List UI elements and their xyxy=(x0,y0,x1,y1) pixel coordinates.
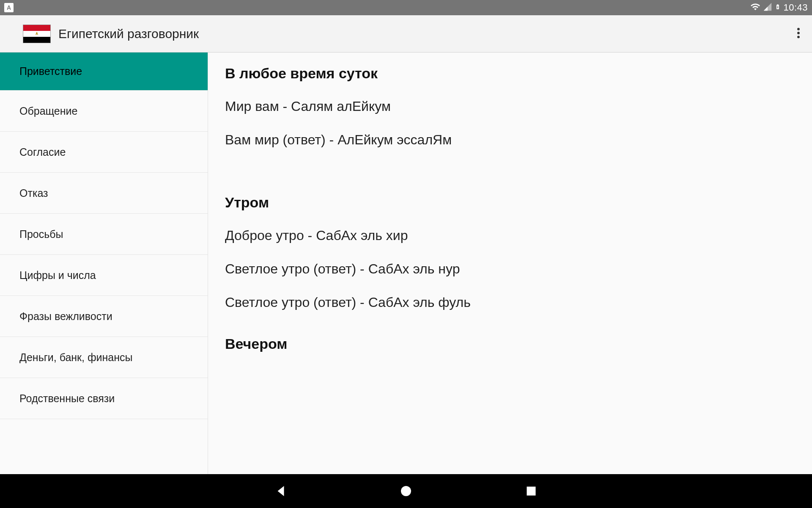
phrase-line: Мир вам - Салям алЕйкум xyxy=(225,99,795,114)
svg-point-2 xyxy=(797,36,800,38)
egypt-flag-icon xyxy=(23,25,51,43)
content-pane[interactable]: В любое время сутокМир вам - Салям алЕйк… xyxy=(208,52,812,474)
nav-back-button[interactable] xyxy=(273,483,288,499)
status-bar: A 10:43 xyxy=(0,0,812,15)
svg-point-0 xyxy=(797,28,800,30)
sidebar-item[interactable]: Фразы вежливости xyxy=(0,296,208,337)
cell-signal-icon xyxy=(763,2,772,13)
phrase-line: Светлое утро (ответ) - СабАх эль нур xyxy=(225,261,795,277)
sidebar-item[interactable]: Обращение xyxy=(0,91,208,132)
sidebar-item[interactable]: Цифры и числа xyxy=(0,255,208,296)
svg-rect-4 xyxy=(527,487,536,496)
status-left: A xyxy=(4,3,14,12)
status-right: 10:43 xyxy=(750,2,808,14)
nav-home-button[interactable] xyxy=(398,483,414,499)
sidebar-item[interactable]: Деньги, банк, финансы xyxy=(0,337,208,378)
sidebar-item-label: Просьбы xyxy=(19,228,63,240)
sidebar-item[interactable]: Просьбы xyxy=(0,214,208,255)
sidebar-item[interactable]: Отказ xyxy=(0,173,208,214)
phrase-line: Светлое утро (ответ) - СабАх эль фуль xyxy=(225,295,795,310)
app-title: Египетский разговорник xyxy=(58,27,793,41)
sidebar-item-label: Деньги, банк, финансы xyxy=(19,351,132,364)
battery-charging-icon xyxy=(775,2,781,14)
sidebar-item-label: Родственные связи xyxy=(19,392,115,405)
sidebar-item-label: Согласие xyxy=(19,146,66,158)
sidebar-item-label: Отказ xyxy=(19,187,48,199)
sidebar-item[interactable]: Приветствие xyxy=(0,52,208,91)
phrase-line: Доброе утро - СабАх эль хир xyxy=(225,228,795,243)
svg-point-3 xyxy=(401,486,411,496)
sidebar-item-label: Цифры и числа xyxy=(19,269,96,282)
sidebar-item[interactable]: Родственные связи xyxy=(0,378,208,419)
section-heading: Вечером xyxy=(225,336,795,352)
main-area: ПриветствиеОбращениеСогласиеОтказПросьбы… xyxy=(0,52,812,474)
app-bar: Египетский разговорник xyxy=(0,15,812,52)
sidebar-item-label: Обращение xyxy=(19,105,77,117)
section-heading: Утром xyxy=(225,194,795,211)
sidebar-item-label: Приветствие xyxy=(19,65,82,77)
navigation-bar xyxy=(0,474,812,508)
sidebar-item[interactable]: Согласие xyxy=(0,132,208,173)
status-clock: 10:43 xyxy=(783,2,808,13)
nav-recent-button[interactable] xyxy=(524,483,539,499)
wifi-icon xyxy=(750,2,760,14)
category-sidebar[interactable]: ПриветствиеОбращениеСогласиеОтказПросьбы… xyxy=(0,52,208,474)
overflow-menu-button[interactable] xyxy=(793,24,804,44)
section-heading: В любое время суток xyxy=(225,65,795,82)
keyboard-indicator-icon: A xyxy=(4,3,14,12)
phrase-line: Вам мир (ответ) - АлЕйкум эссалЯм xyxy=(225,132,795,148)
sidebar-item-label: Фразы вежливости xyxy=(19,310,112,323)
svg-point-1 xyxy=(797,32,800,34)
